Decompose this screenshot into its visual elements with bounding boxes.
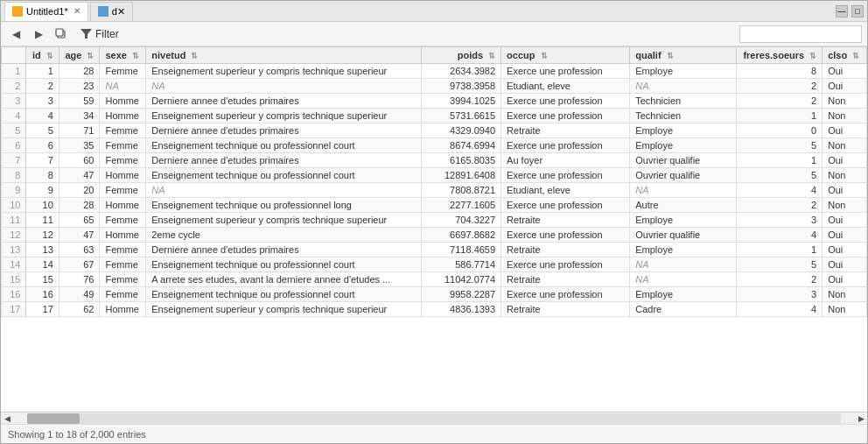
table-row[interactable]: 5571FemmeDerniere annee d'etudes primair… <box>2 123 867 138</box>
tab-d[interactable]: d ✕ <box>90 2 133 21</box>
title-bar: Untitled1* ✕ d ✕ — □ <box>1 1 867 22</box>
table-row[interactable]: 151576FemmeA arrete ses etudes, avant la… <box>2 272 867 287</box>
copy-button[interactable] <box>52 25 71 43</box>
forward-button[interactable]: ▶ <box>29 25 48 43</box>
table-row[interactable]: 8847HommeEnseignement technique ou profe… <box>2 168 867 183</box>
tab-untitled-close[interactable]: ✕ <box>74 6 80 16</box>
col-header-poids[interactable]: poids ⇅ <box>421 47 500 64</box>
table-row[interactable]: 6635FemmeEnseignement technique ou profe… <box>2 138 867 153</box>
tab-untitled[interactable]: Untitled1* ✕ <box>4 2 88 21</box>
tab-d-icon <box>98 6 108 17</box>
table-header-row: id ⇅ age ⇅ sexe ⇅ nivetud ⇅ poids ⇅ occu… <box>2 47 867 64</box>
table-row[interactable]: 101028HommeEnseignement technique ou pro… <box>2 198 867 213</box>
filter-label: Filter <box>95 28 119 40</box>
table-row[interactable]: 9920FemmeNA7808.8721Etudiant, eleveNA4Ou… <box>2 183 867 198</box>
table-icon <box>12 6 23 17</box>
svg-rect-1 <box>56 29 63 36</box>
back-button[interactable]: ◀ <box>6 25 25 43</box>
col-header-freres-soeurs[interactable]: freres.soeurs ⇅ <box>737 47 822 64</box>
scroll-right-button[interactable]: ▶ <box>855 414 867 423</box>
svg-marker-2 <box>80 29 92 39</box>
table-row[interactable]: 4434HommeEnseignement superieur y compri… <box>2 109 867 123</box>
window-controls: — □ <box>836 5 864 18</box>
minimize-button[interactable]: — <box>836 5 848 18</box>
data-table: id ⇅ age ⇅ sexe ⇅ nivetud ⇅ poids ⇅ occu… <box>1 46 867 317</box>
horizontal-scrollbar[interactable]: ◀ ▶ <box>1 412 867 424</box>
scroll-left-button[interactable]: ◀ <box>1 414 13 423</box>
col-header-age[interactable]: age ⇅ <box>59 47 100 64</box>
table-row[interactable]: 171762HommeEnseignement superieur y comp… <box>2 302 867 317</box>
toolbar: ◀ ▶ Filter <box>1 22 867 46</box>
status-text: Showing 1 to 18 of 2,000 entries <box>8 429 146 440</box>
col-header-clso[interactable]: clso ⇅ <box>822 47 867 64</box>
col-header-sexe[interactable]: sexe ⇅ <box>100 47 146 64</box>
table-row[interactable]: 7760FemmeDerniere annee d'etudes primair… <box>2 153 867 168</box>
hscroll-thumb[interactable] <box>27 413 80 424</box>
col-header-qualif[interactable]: qualif ⇅ <box>630 47 737 64</box>
tab-d-close[interactable]: ✕ <box>117 6 125 18</box>
table-row[interactable]: 2223NANA9738.3958Etudiant, eleveNA2Oui <box>2 79 867 94</box>
table-row[interactable]: 121247Homme2eme cycle6697.8682Exerce une… <box>2 228 867 243</box>
table-row[interactable]: 111165FemmeEnseignement superieur y comp… <box>2 213 867 228</box>
col-header-rownum[interactable] <box>2 47 26 64</box>
table-row[interactable]: 161649FemmeEnseignement technique ou pro… <box>2 287 867 302</box>
hscroll-track[interactable] <box>27 413 841 424</box>
main-window: Untitled1* ✕ d ✕ — □ ◀ ▶ Filter <box>0 0 868 444</box>
filter-button[interactable]: Filter <box>74 25 125 43</box>
tab-untitled-label: Untitled1* <box>26 6 68 17</box>
col-header-id[interactable]: id ⇅ <box>26 47 59 64</box>
search-input[interactable] <box>739 25 862 43</box>
col-header-occup[interactable]: occup ⇅ <box>501 47 630 64</box>
table-row[interactable]: 3359HommeDerniere annee d'etudes primair… <box>2 94 867 109</box>
table-row[interactable]: 131363FemmeDerniere annee d'etudes prima… <box>2 243 867 257</box>
table-container[interactable]: id ⇅ age ⇅ sexe ⇅ nivetud ⇅ poids ⇅ occu… <box>1 46 867 412</box>
table-row[interactable]: 141467FemmeEnseignement technique ou pro… <box>2 257 867 272</box>
maximize-button[interactable]: □ <box>851 5 864 18</box>
table-row[interactable]: 1128FemmeEnseignement superieur y compri… <box>2 64 867 79</box>
col-header-nivetud[interactable]: nivetud ⇅ <box>146 47 422 64</box>
status-bar: Showing 1 to 18 of 2,000 entries <box>1 424 867 443</box>
